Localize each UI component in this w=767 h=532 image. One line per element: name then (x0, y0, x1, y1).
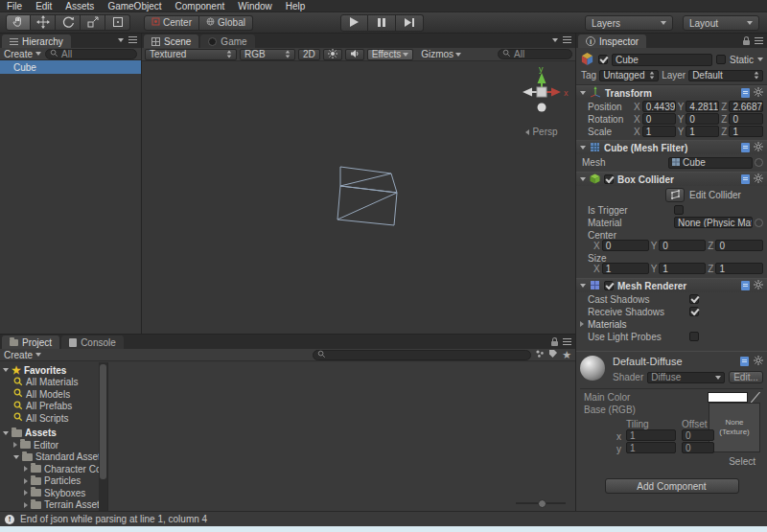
layer-dropdown[interactable]: Default (688, 70, 763, 81)
tree-item-terrain-assets[interactable]: Terrain Assets (0, 499, 100, 512)
project-create-button[interactable]: Create (4, 350, 41, 360)
hierarchy-item-cube[interactable]: Cube (0, 60, 141, 74)
foldout-closed-icon[interactable] (24, 490, 28, 496)
use-light-probes-checkbox[interactable] (689, 332, 699, 341)
play-button[interactable] (340, 14, 368, 32)
help-doc-icon[interactable] (741, 174, 750, 184)
active-checkbox[interactable] (598, 55, 608, 64)
menu-edit[interactable]: Edit (29, 0, 58, 12)
gear-icon[interactable] (754, 280, 763, 291)
scene-search-input[interactable]: All (498, 49, 572, 59)
panel-menu-icon[interactable] (563, 36, 571, 43)
gear-icon[interactable] (754, 142, 763, 153)
main-color-swatch[interactable] (708, 392, 748, 403)
tab-scene[interactable]: Scene (144, 35, 198, 48)
center-y-field[interactable]: 0 (659, 240, 706, 251)
name-field[interactable]: Cube (612, 54, 712, 66)
foldout-open-icon[interactable] (580, 146, 586, 150)
tree-item-favorites[interactable]: ★ Favorites (0, 364, 100, 377)
layout-dropdown[interactable]: Layout (683, 15, 759, 31)
offset-y-field[interactable]: 0 (682, 442, 714, 453)
static-options-icon[interactable] (757, 58, 763, 61)
render-mode-dropdown[interactable]: Textured (145, 49, 237, 60)
scale-z-field[interactable]: 1 (729, 126, 763, 137)
lock-icon[interactable] (743, 40, 750, 45)
help-doc-icon[interactable] (741, 281, 750, 290)
audio-toggle[interactable] (345, 49, 364, 60)
step-button[interactable] (396, 14, 424, 32)
materials-foldout-row[interactable]: Materials (576, 318, 767, 330)
size-y-field[interactable]: 1 (659, 263, 706, 274)
favorites-filter-icon[interactable]: ★ (562, 350, 571, 359)
material-preview-sphere[interactable] (580, 356, 605, 381)
rotation-z-field[interactable]: 0 (729, 113, 763, 125)
foldout-closed-icon[interactable] (580, 321, 584, 327)
tree-item-particles[interactable]: Particles (0, 475, 100, 488)
panel-menu-icon[interactable] (563, 338, 571, 345)
is-trigger-checkbox[interactable] (674, 205, 684, 215)
gear-icon[interactable] (754, 173, 763, 185)
tab-project[interactable]: Project (2, 335, 59, 349)
channel-dropdown[interactable]: RGB (240, 49, 295, 60)
foldout-open-icon[interactable] (580, 91, 586, 95)
size-x-field[interactable]: 1 (602, 263, 649, 274)
filter-by-label-icon[interactable] (548, 349, 558, 360)
lock-icon[interactable] (551, 341, 558, 346)
menu-assets[interactable]: Assets (58, 0, 101, 12)
tiling-x-field[interactable]: 1 (626, 429, 676, 441)
rotation-y-field[interactable]: 0 (686, 113, 719, 125)
lighting-toggle[interactable] (323, 49, 342, 60)
help-doc-icon[interactable] (741, 143, 750, 152)
tree-item-all-models[interactable]: All Models (0, 388, 100, 401)
tree-item-editor[interactable]: Editor (0, 439, 100, 451)
filter-by-type-icon[interactable] (535, 349, 545, 360)
pivot-toggle-button[interactable]: Center (144, 15, 199, 31)
slider-knob[interactable] (538, 499, 546, 508)
hand-tool-button[interactable] (6, 14, 31, 31)
panel-menu-icon[interactable] (128, 36, 137, 43)
foldout-closed-icon[interactable] (13, 442, 17, 448)
tag-dropdown[interactable]: Untagged (599, 70, 659, 81)
object-picker-icon[interactable] (755, 158, 763, 167)
gear-icon[interactable] (754, 87, 763, 99)
static-checkbox[interactable] (716, 55, 726, 64)
menu-window[interactable]: Window (231, 0, 279, 12)
hierarchy-search-input[interactable]: All (45, 49, 137, 59)
move-tool-button[interactable] (31, 14, 56, 31)
tree-item-character-controllers[interactable]: Character Controllers (0, 463, 100, 475)
foldout-closed-icon[interactable] (24, 478, 28, 484)
position-x-field[interactable]: 0.44397 (642, 101, 676, 112)
tree-item-all-prefabs[interactable]: All Prefabs (0, 401, 100, 413)
tab-hierarchy[interactable]: Hierarchy (2, 35, 71, 48)
layers-dropdown[interactable]: Layers (585, 15, 673, 31)
projection-mode[interactable]: Persp (514, 127, 569, 137)
receive-shadows-checkbox[interactable] (689, 307, 699, 316)
scene-viewport[interactable]: y x Persp (142, 61, 575, 334)
tab-inspector[interactable]: Inspector (578, 35, 646, 48)
texture-select-button[interactable]: Select (729, 456, 755, 467)
foldout-open-icon[interactable] (13, 455, 19, 459)
tab-console[interactable]: Console (61, 335, 124, 349)
component-enabled-checkbox[interactable] (604, 281, 614, 290)
foldout-closed-icon[interactable] (24, 502, 28, 508)
status-bar[interactable]: End of json while parsing at line 1, col… (0, 511, 767, 526)
project-content-area[interactable] (108, 362, 575, 511)
space-toggle-button[interactable]: Global (199, 15, 253, 31)
panel-menu-icon[interactable] (755, 37, 763, 44)
add-component-button[interactable]: Add Component (605, 478, 739, 494)
tiling-y-field[interactable]: 1 (626, 442, 676, 453)
offset-x-field[interactable]: 0 (682, 429, 714, 441)
shader-dropdown[interactable]: Diffuse (647, 372, 725, 383)
menu-help[interactable]: Help (279, 0, 313, 12)
pause-button[interactable] (368, 14, 396, 32)
foldout-open-icon[interactable] (580, 177, 586, 181)
tree-item-standard-assets[interactable]: Standard Assets (0, 451, 100, 464)
edit-shader-button[interactable]: Edit... (729, 371, 763, 383)
cube-wireframe[interactable] (316, 153, 405, 232)
foldout-open-icon[interactable] (3, 368, 9, 372)
physic-material-field[interactable]: None (Physic Material) (674, 217, 753, 228)
menu-gameobject[interactable]: GameObject (101, 0, 168, 12)
eyedropper-icon[interactable] (751, 392, 760, 403)
center-z-field[interactable]: 0 (715, 240, 763, 251)
tree-item-all-materials[interactable]: All Materials (0, 377, 100, 389)
